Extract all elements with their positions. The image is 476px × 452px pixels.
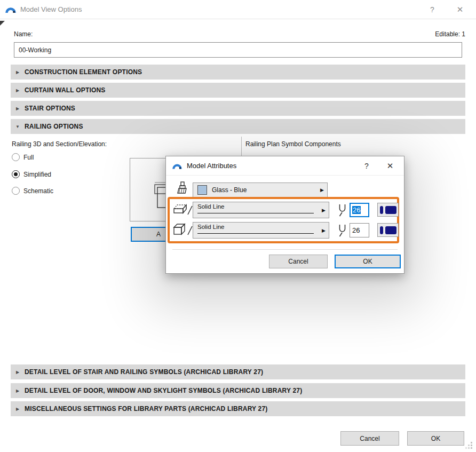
cut-line-icon	[172, 202, 193, 218]
ok-button[interactable]: OK	[407, 431, 464, 446]
section-detail-level-stair-railing[interactable]: ▶ DETAIL LEVEL OF STAIR AND RAILING SYMB…	[11, 364, 465, 379]
railing-plan-symbol-heading: Railing Plan Symbol Components	[245, 140, 341, 148]
uncut-line-row: Solid Line ▶ 26	[166, 222, 405, 239]
section-railing-options[interactable]: ▼ RAILING OPTIONS	[11, 119, 465, 134]
modal-help-button[interactable]: ?	[356, 156, 377, 176]
resize-grip-icon[interactable]	[465, 441, 473, 449]
section-construction-element-options[interactable]: ▶ CONSTRUCTION ELEMENT OPTIONS	[11, 65, 465, 80]
model-attributes-dialog: Model Attributes ? ✕ Glass - Blue ▶	[165, 156, 404, 274]
chevron-right-icon: ▶	[11, 370, 25, 375]
uncut-line-icon	[172, 223, 193, 239]
archicad-logo-icon	[5, 4, 16, 15]
section-detail-level-door-window-skylight[interactable]: ▶ DETAIL LEVEL OF DOOR, WINDOW AND SKYLI…	[11, 383, 465, 398]
uncut-linetype-dropdown[interactable]: Solid Line ▶	[193, 222, 329, 239]
modal-title: Model Attributes	[187, 162, 236, 170]
cut-pen-input[interactable]: 26	[350, 203, 369, 217]
main-titlebar: Model View Options ? ✕	[0, 0, 476, 19]
uncut-pen-color-button[interactable]	[377, 223, 399, 237]
cut-linetype-dropdown[interactable]: Solid Line ▶	[193, 202, 329, 218]
chevron-right-icon: ▶	[11, 88, 25, 93]
solid-line-sample	[197, 213, 314, 214]
radio-schematic[interactable]: Schematic	[12, 187, 53, 195]
radio-full[interactable]: Full	[12, 153, 34, 161]
surface-name: Glass - Blue	[212, 186, 247, 194]
cut-line-row: Solid Line ▶ 26	[166, 202, 405, 218]
pen-color-pill	[380, 226, 383, 234]
modal-cancel-button[interactable]: Cancel	[269, 255, 328, 268]
modal-separator	[172, 249, 398, 250]
flyout-arrow-icon: ▶	[322, 228, 326, 233]
modal-close-button[interactable]: ✕	[379, 156, 401, 176]
cut-pen-color-button[interactable]	[377, 203, 399, 217]
uncut-pen-input[interactable]: 26	[350, 223, 369, 237]
name-input[interactable]	[14, 42, 462, 58]
surface-color-swatch	[197, 185, 207, 195]
archicad-logo-icon	[172, 161, 182, 171]
panel-collapse-arrow-icon[interactable]	[0, 21, 5, 26]
surface-dropdown[interactable]: Glass - Blue ▶	[193, 183, 328, 197]
cancel-button[interactable]: Cancel	[340, 431, 399, 446]
radio-circle-icon[interactable]	[12, 187, 20, 195]
help-button[interactable]: ?	[421, 0, 444, 19]
modal-titlebar: Model Attributes ? ✕	[166, 156, 404, 176]
radio-circle-icon[interactable]	[12, 153, 20, 161]
model-view-options-window: Model View Options ? ✕ Name: Editable: 1…	[0, 0, 476, 452]
chevron-right-icon: ▶	[11, 388, 25, 393]
chevron-right-icon: ▶	[11, 106, 25, 111]
pen-color-bar	[385, 226, 396, 234]
radio-simplified[interactable]: Simplified	[12, 170, 51, 178]
pen-icon	[338, 223, 347, 237]
solid-line-sample	[197, 233, 314, 234]
flyout-arrow-icon: ▶	[322, 208, 326, 213]
window-title: Model View Options	[20, 5, 82, 13]
railing-3d-section-heading: Railing 3D and Section/Elevation:	[12, 140, 107, 148]
chevron-right-icon: ▶	[11, 70, 25, 75]
pen-color-pill	[380, 206, 383, 214]
chevron-right-icon: ▶	[11, 407, 25, 411]
section-curtain-wall-options[interactable]: ▶ CURTAIN WALL OPTIONS	[11, 83, 465, 98]
pen-icon	[338, 203, 347, 217]
chevron-down-icon: ▼	[11, 124, 25, 129]
section-miscellaneous-settings[interactable]: ▶ MISCELLANEOUS SETTINGS FOR LIBRARY PAR…	[11, 401, 465, 416]
section-stair-options[interactable]: ▶ STAIR OPTIONS	[11, 101, 465, 116]
pen-color-bar	[385, 206, 396, 214]
paint-brush-icon	[177, 181, 188, 197]
close-button[interactable]: ✕	[448, 0, 472, 19]
modal-ok-button[interactable]: OK	[335, 255, 401, 268]
flyout-arrow-icon: ▶	[320, 187, 324, 193]
editable-count-label: Editable: 1	[435, 30, 465, 38]
radio-selected-icon[interactable]	[12, 170, 20, 178]
name-label: Name:	[14, 30, 33, 38]
